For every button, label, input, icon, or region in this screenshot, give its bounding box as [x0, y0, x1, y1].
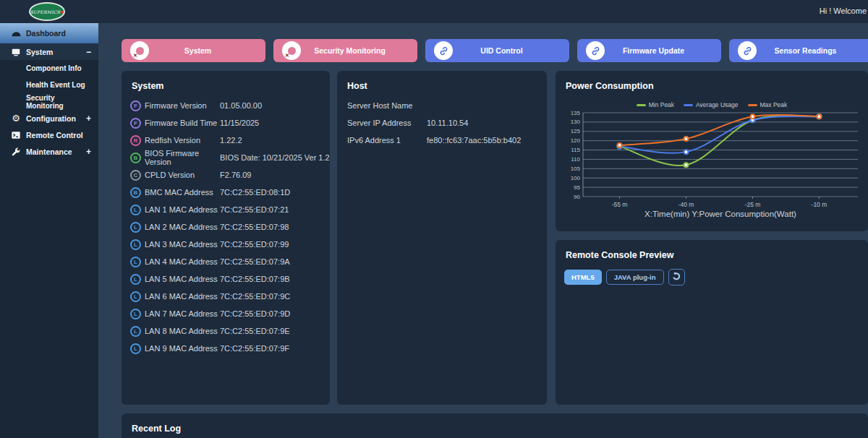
- row-value: 7C:C2:55:ED:07:9C: [220, 292, 290, 301]
- legend-swatch: [748, 104, 757, 106]
- info-row: B BIOS Firmware Version BIOS Date: 10/21…: [122, 149, 330, 166]
- row-label: LAN 6 MAC Address: [145, 292, 220, 301]
- info-row: L LAN 1 MAC Address 7C:C2:55:ED:07:21: [122, 201, 330, 218]
- host-panel-title: Host: [337, 71, 547, 91]
- refresh-icon: [671, 271, 681, 284]
- row-badge-icon: F: [130, 100, 141, 111]
- tab-label: UID Control: [453, 46, 550, 55]
- remote-console-title: Remote Console Preview: [556, 240, 868, 260]
- svg-text:-10 m: -10 m: [812, 201, 827, 208]
- html5-button[interactable]: HTML5: [564, 270, 602, 285]
- info-row: L LAN 7 MAC Address 7C:C2:55:ED:07:9D: [122, 305, 330, 322]
- chart-legend: Min PeakAverage UsageMax Peak: [556, 101, 868, 108]
- svg-text:90: 90: [574, 194, 580, 200]
- terminal-icon: [10, 129, 22, 141]
- row-badge-icon: L: [130, 326, 141, 337]
- tab-firmware-update[interactable]: Firmware Update: [577, 39, 721, 62]
- svg-text:-25 m: -25 m: [745, 201, 761, 208]
- refresh-preview-button[interactable]: [668, 269, 685, 285]
- sidebar-item-configuration[interactable]: ⚙ Configuration +: [0, 110, 98, 126]
- row-label: Firmware Version: [145, 101, 220, 110]
- gauge-icon: [10, 27, 22, 39]
- info-row: C CPLD Version F2.76.09: [122, 166, 330, 184]
- tab-label: Security Monitoring: [301, 46, 399, 55]
- row-value: F2.76.09: [220, 171, 251, 179]
- tab-label: Sensor Readings: [757, 46, 854, 55]
- row-label: LAN 2 MAC Address: [145, 223, 220, 231]
- info-row: L LAN 5 MAC Address 7C:C2:55:ED:07:9B: [122, 270, 330, 288]
- info-row: F Firmware Build Time 11/15/2025: [122, 114, 330, 132]
- info-row: IPv6 Address 1 fe80::fc63:7aac:5b5b:b402: [337, 132, 547, 149]
- expander-icon[interactable]: −: [86, 47, 91, 57]
- row-value: 1.22.2: [220, 136, 242, 145]
- system-panel: System F Firmware Version 01.05.00.00 F …: [122, 71, 330, 405]
- sidebar-item-component-info[interactable]: Component Info: [0, 60, 98, 77]
- recent-log-panel: Recent Log: [122, 413, 868, 438]
- row-badge-icon: L: [130, 257, 141, 267]
- svg-text:110: 110: [571, 156, 580, 163]
- row-label: BIOS Firmware Version: [145, 149, 220, 166]
- legend-swatch: [684, 104, 693, 106]
- expander-icon[interactable]: +: [86, 113, 91, 124]
- system-panel-title: System: [122, 71, 330, 91]
- row-badge-icon: B: [130, 187, 141, 198]
- row-label: LAN 4 MAC Address: [145, 257, 220, 266]
- tab-label: Firmware Update: [605, 46, 702, 55]
- top-header: SUPERMICR Hi ! Welcome: [0, 0, 868, 23]
- svg-text:105: 105: [571, 166, 581, 172]
- host-panel: Host Server Host Name Server IP Address …: [337, 71, 547, 405]
- chart-title: Power Consumption: [556, 71, 868, 91]
- tab-sensor-readings[interactable]: Sensor Readings: [729, 39, 868, 62]
- row-label: Server IP Address: [347, 119, 427, 127]
- row-badge-icon: L: [130, 343, 141, 354]
- svg-text:120: 120: [571, 137, 581, 144]
- row-value: 7C:C2:55:ED:07:21: [220, 205, 289, 214]
- row-badge-icon: B: [130, 153, 141, 163]
- legend-item-average-usage: Average Usage: [684, 101, 738, 108]
- row-label: LAN 8 MAC Address: [145, 327, 220, 335]
- svg-text:100: 100: [571, 175, 581, 181]
- sidebar-item-maintenance[interactable]: Maintenance +: [0, 143, 98, 160]
- java-plugin-button[interactable]: JAVA plug-in: [606, 270, 664, 285]
- row-badge-icon: L: [130, 205, 141, 215]
- row-value: 10.11.10.54: [427, 119, 468, 127]
- info-row: B BMC MAC Address 7C:C2:55:ED:08:1D: [122, 184, 330, 201]
- main-content: ✕ System ✕ Security Monitoring UID Contr…: [98, 23, 868, 438]
- svg-text:X:Time(min) Y:Power Consumptio: X:Time(min) Y:Power Consumption(Watt): [644, 210, 796, 218]
- sidebar-item-health-event-log[interactable]: Health Event Log: [0, 77, 98, 93]
- row-value: 7C:C2:55:ED:07:9D: [220, 309, 290, 318]
- svg-text:95: 95: [574, 184, 580, 191]
- row-label: LAN 5 MAC Address: [145, 275, 220, 283]
- row-value: 7C:C2:55:ED:07:98: [220, 223, 289, 231]
- svg-text:-55 m: -55 m: [612, 201, 628, 208]
- info-row: R Redfish Version 1.22.2: [122, 132, 330, 149]
- sidebar-item-system[interactable]: System −: [0, 43, 98, 60]
- info-row: L LAN 3 MAC Address 7C:C2:55:ED:07:99: [122, 236, 330, 253]
- row-value: 01.05.00.00: [220, 101, 262, 110]
- sidebar-item-security-monitoring[interactable]: Security Monitoring: [0, 93, 98, 110]
- row-value: 7C:C2:55:ED:08:1D: [220, 188, 290, 197]
- svg-text:-40 m: -40 m: [678, 201, 694, 208]
- tab-system[interactable]: ✕ System: [122, 39, 265, 62]
- link-icon: [586, 41, 605, 60]
- tab-security-monitoring[interactable]: ✕ Security Monitoring: [273, 39, 417, 62]
- row-badge-icon: R: [130, 135, 141, 146]
- row-value: 7C:C2:55:ED:07:9F: [220, 344, 289, 353]
- legend-item-min-peak: Min Peak: [637, 101, 674, 108]
- monitor-icon: [10, 46, 22, 58]
- row-label: Redfish Version: [145, 136, 220, 145]
- row-value: 7C:C2:55:ED:07:99: [220, 240, 289, 249]
- row-label: LAN 1 MAC Address: [145, 205, 220, 214]
- tab-uid-control[interactable]: UID Control: [425, 39, 569, 62]
- row-label: LAN 3 MAC Address: [145, 240, 220, 249]
- sidebar: Dashboard System − Component Info Health…: [0, 23, 98, 438]
- svg-text:125: 125: [571, 128, 581, 134]
- row-label: LAN 9 MAC Address: [145, 344, 220, 353]
- expander-icon[interactable]: +: [86, 147, 91, 157]
- row-label: Server Host Name: [347, 101, 427, 110]
- supermicro-logo: SUPERMICR: [29, 2, 65, 21]
- host-rows: Server Host Name Server IP Address 10.11…: [337, 97, 547, 149]
- row-label: LAN 7 MAC Address: [145, 309, 220, 318]
- sidebar-item-remote-control[interactable]: Remote Control: [0, 126, 98, 143]
- sidebar-item-dashboard[interactable]: Dashboard: [0, 23, 98, 43]
